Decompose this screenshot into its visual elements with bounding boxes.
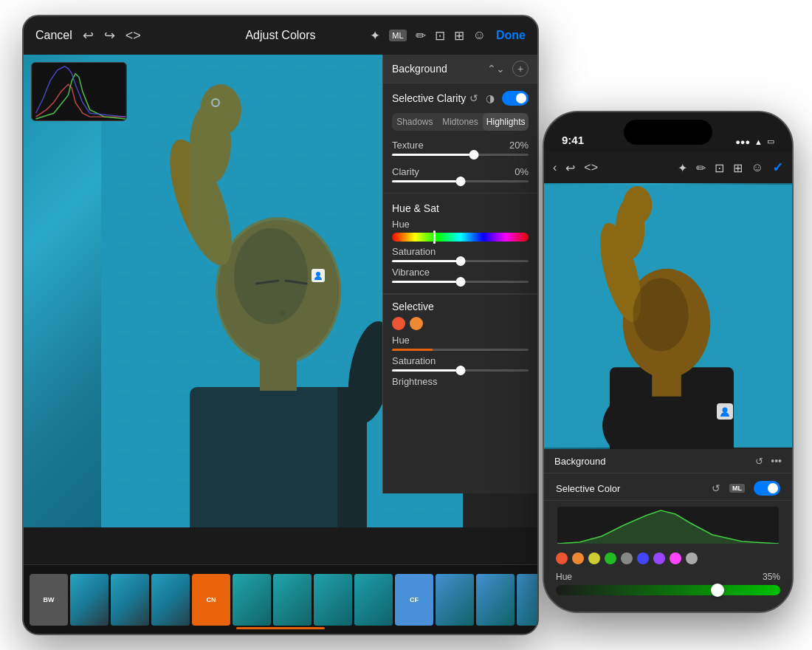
phone-undo-icon[interactable]: ↩ [565,161,575,175]
phone-swatch-yellow[interactable] [588,552,600,564]
clarity-thumb[interactable] [455,177,465,186]
film-thumb-3[interactable] [151,574,190,626]
background-controls: ⌃⌄ + [487,61,529,77]
film-thumb-4[interactable] [233,574,271,626]
selective-clarity-toggle[interactable] [502,91,529,106]
svg-rect-27 [652,367,681,397]
filter-bw[interactable]: BW [30,574,68,626]
segment-control: Shadows Midtones Highlights [392,113,529,131]
filter-cn[interactable]: CN [192,574,230,626]
phone-more-icon[interactable]: ••• [771,455,782,467]
wand-icon[interactable]: ✦ [370,28,380,44]
film-thumb-8[interactable] [436,574,474,626]
phone-reset-icon[interactable]: ↺ [755,456,763,467]
clarity-slider[interactable] [392,180,529,182]
brightness-label-row: Brightness [392,376,529,387]
texture-thumb[interactable] [469,150,479,160]
phone-swatch-neutral[interactable] [686,552,698,564]
pencil-icon[interactable]: ✏ [416,28,426,44]
phone-crop-icon[interactable]: ⊡ [715,161,724,175]
moon-icon[interactable]: ◑ [486,92,495,104]
swatch-red[interactable] [392,317,405,330]
vibrance-fill [392,281,461,283]
emoji-icon[interactable]: ☺ [473,28,486,43]
vibrance-label-row: Vibrance [392,267,529,278]
crop-icon[interactable]: ⊡ [435,28,445,44]
phone-code-icon[interactable]: <> [584,161,598,174]
tablet-topbar: Cancel ↩ ↪ <> Adjust Colors ✦ ML ✏ ⊡ ⊞ ☺ [24,16,537,55]
phone-histogram-graph [556,507,780,544]
phone-swatch-pink[interactable] [670,552,681,564]
reset-icon[interactable]: ↺ [469,92,478,104]
selective-hue-slider[interactable] [392,349,529,351]
phone-selective-toggle[interactable] [754,481,780,496]
texture-fill [392,154,474,156]
phone-person-marker [717,403,733,420]
film-thumb-1[interactable] [70,574,109,626]
background-chevron-icon[interactable]: ⌃⌄ [487,63,505,75]
saturation-thumb[interactable] [455,256,465,266]
saturation-label: Saturation [392,246,436,257]
code-icon[interactable]: <> [125,28,141,44]
film-thumb-7[interactable] [354,574,393,626]
hue-thumb[interactable] [433,230,436,244]
add-button[interactable]: + [512,61,529,77]
phone-undo-small-icon[interactable]: ↺ [712,482,720,494]
vibrance-slider[interactable] [392,281,529,283]
clarity-slider-row: Clarity 0% [383,163,537,190]
status-icons: ●●● ▲ ▭ [735,137,774,146]
hue-slider[interactable] [392,233,529,242]
segment-highlights[interactable]: Highlights [483,113,529,131]
texture-label-row: Texture 20% [392,140,529,151]
phone-swatch-gray[interactable] [621,552,633,564]
phone-done-icon[interactable]: ✓ [772,160,783,176]
sel-sat-slider[interactable] [392,369,529,372]
histogram-graph [32,63,126,120]
done-button[interactable]: Done [496,29,526,42]
sel-sat-thumb[interactable] [455,366,465,375]
phone-photo-svg [544,183,792,449]
film-thumb-10[interactable] [517,574,537,626]
undo-icon[interactable]: ↩ [83,27,94,44]
phone-hue-thumb[interactable] [711,584,724,597]
phone-swatch-blue[interactable] [637,552,649,564]
person-marker [312,269,325,282]
texture-slider[interactable] [392,154,529,156]
cancel-button[interactable]: Cancel [35,29,72,42]
film-thumb-5[interactable] [273,574,312,626]
phone-swatch-green[interactable] [605,552,616,564]
phone-swatch-red[interactable] [556,552,568,564]
texture-slider-row: Texture 20% [383,137,537,163]
film-thumb-6[interactable] [314,574,352,626]
saturation-label-row: Saturation [392,246,529,257]
segment-shadows[interactable]: Shadows [392,113,438,131]
hue-label-row: Hue [392,219,529,230]
redo-icon[interactable]: ↪ [104,27,115,44]
film-thumb-2[interactable] [111,574,149,626]
phone-pencil-icon[interactable]: ✏ [696,161,706,175]
filter-cf[interactable]: CF [395,574,433,626]
swatch-orange[interactable] [410,317,423,330]
texture-label: Texture [392,140,424,151]
phone-back-icon[interactable]: ‹ [553,161,557,174]
selective-section: Selective Hue Saturation [383,295,537,396]
phone-swatch-purple[interactable] [653,552,665,564]
selective-clarity-controls: ↺ ◑ [469,91,529,106]
film-thumb-9[interactable] [476,574,515,626]
filmstrip-scroll-indicator [236,627,325,629]
segment-midtones[interactable]: Midtones [438,113,484,131]
phone-selective-color-header: Selective Color ↺ ML [544,473,792,501]
phone-emoji-icon[interactable]: ☺ [751,161,763,174]
phone-wand-icon[interactable]: ✦ [678,161,687,175]
svg-point-32 [723,408,728,413]
phone-swatch-orange[interactable] [572,552,584,564]
phone-ml-badge[interactable]: ML [729,484,745,493]
ml-icon[interactable]: ML [389,30,406,41]
vibrance-thumb[interactable] [455,277,465,287]
phone-hue-slider[interactable] [556,585,780,595]
saturation-slider[interactable] [392,260,529,262]
phone-grid-icon[interactable]: ⊞ [733,161,743,175]
grid-icon[interactable]: ⊞ [454,28,464,44]
histogram [31,62,127,121]
sel-sat-fill [392,369,461,372]
